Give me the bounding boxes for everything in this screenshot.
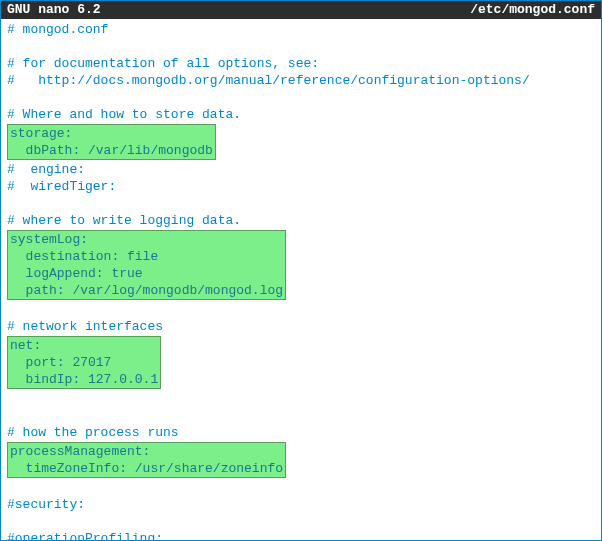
comment-line: # network interfaces [7, 318, 595, 335]
comment-line: #operationProfiling: [7, 530, 595, 541]
comment-line: # engine: [7, 161, 595, 178]
highlighted-block-storage: storage: dbPath: /var/lib/mongodb [7, 124, 216, 160]
blank-line [7, 89, 595, 106]
comment-line: # for documentation of all options, see: [7, 55, 595, 72]
blank-line [7, 301, 595, 318]
comment-line: # Where and how to store data. [7, 106, 595, 123]
highlighted-block-systemlog: systemLog: destination: file logAppend: … [7, 230, 286, 300]
config-line: bindIp: 127.0.0.1 [10, 371, 158, 388]
file-path: /etc/mongod.conf [470, 2, 595, 18]
comment-line: # where to write logging data. [7, 212, 595, 229]
config-line: dbPath: /var/lib/mongodb [10, 142, 213, 159]
config-line: systemLog: [10, 231, 283, 248]
config-line: port: 27017 [10, 354, 158, 371]
config-line: processManagement: [10, 443, 283, 460]
comment-line: # mongod.conf [7, 21, 595, 38]
config-line: net: [10, 337, 158, 354]
blank-line [7, 195, 595, 212]
blank-line [7, 38, 595, 55]
title-bar: GNU nano 6.2 /etc/mongod.conf [1, 1, 601, 19]
comment-line: # http://docs.mongodb.org/manual/referen… [7, 72, 595, 89]
comment-line: # wiredTiger: [7, 178, 595, 195]
blank-line [7, 390, 595, 407]
app-name: GNU nano 6.2 [7, 2, 101, 18]
highlighted-block-process: processManagement: timeZoneInfo: /usr/sh… [7, 442, 286, 478]
config-line: logAppend: true [10, 265, 283, 282]
blank-line [7, 513, 595, 530]
comment-line: #security: [7, 496, 595, 513]
comment-line: # how the process runs [7, 424, 595, 441]
editor-area[interactable]: # mongod.conf # for documentation of all… [1, 19, 601, 541]
config-line: destination: file [10, 248, 283, 265]
blank-line [7, 479, 595, 496]
config-line: storage: [10, 125, 213, 142]
highlighted-block-net: net: port: 27017 bindIp: 127.0.0.1 [7, 336, 161, 389]
config-line: timeZoneInfo: /usr/share/zoneinfo [10, 460, 283, 477]
blank-line [7, 407, 595, 424]
config-line: path: /var/log/mongodb/mongod.log [10, 282, 283, 299]
